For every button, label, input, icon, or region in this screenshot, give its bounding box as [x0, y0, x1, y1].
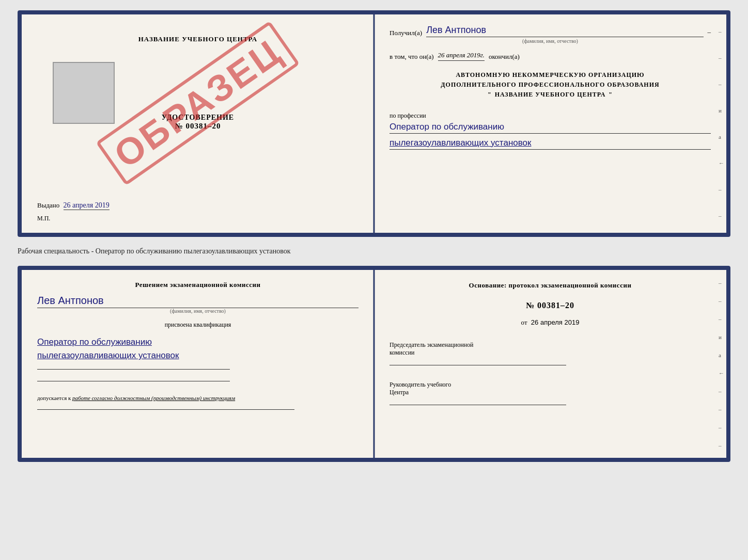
chairman-block: Председатель экзаменационной комиссии	[389, 341, 711, 366]
vtom-date: 26 апреля 2019г.	[438, 51, 485, 61]
profession-block: по профессии Оператор по обслуживанию пы…	[389, 110, 711, 150]
recipient-section: Получил(а) Лев Антпонов – (фамилия, имя,…	[389, 25, 711, 44]
chairman-sign-line	[389, 365, 566, 365]
obrazets-watermark: ОБРАЗЕЦ	[96, 21, 300, 185]
top-right-panel: Получил(а) Лев Антпонов – (фамилия, имя,…	[374, 14, 726, 233]
bottom-left-panel: Решением экзаменационной комиссии Лев Ан…	[22, 270, 374, 458]
qual-line1: Оператор по обслуживанию	[37, 337, 359, 347]
rukovodit-line2: Центра	[389, 389, 711, 396]
vidano-label: Выдано	[37, 201, 59, 209]
osnov-section: Основание: протокол экзаменационной коми…	[389, 280, 711, 291]
decision-name-section: Лев Антпонов (фамилия, имя, отчество)	[37, 295, 359, 314]
qual-line2: пылегазоулавливающих установок	[37, 350, 359, 361]
qualification-label: присвоена квалификация	[37, 321, 359, 329]
bottom-right-edge-marks: – – – и а ← – – – –	[719, 270, 724, 458]
profession-line1: Оператор по обслуживанию	[389, 122, 711, 134]
ot-date: 26 апреля 2019	[531, 318, 580, 326]
допускается-block: допускается к работе согласно должностны…	[37, 395, 359, 401]
rukovodit-sign-line	[389, 405, 566, 405]
qual-block: Оператор по обслуживанию пылегазоулавлив…	[37, 334, 359, 361]
org-block: АВТОНОМНУЮ НЕКОММЕРЧЕСКУЮ ОРГАНИЗАЦИЮ ДО…	[389, 70, 711, 100]
stamp-container: НАЗВАНИЕ УЧЕБНОГО ЦЕНТРА ОБРАЗЕЦ УДОСТОВ…	[37, 25, 359, 170]
recipient-name: Лев Антпонов	[426, 25, 703, 37]
vidano-line: Выдано 26 апреля 2019	[37, 201, 359, 210]
okonchil-label: окончил(а)	[489, 53, 520, 61]
page-container: НАЗВАНИЕ УЧЕБНОГО ЦЕНТРА ОБРАЗЕЦ УДОСТОВ…	[18, 10, 730, 462]
vtom-line: в том, что он(а) 26 апреля 2019г. окончи…	[389, 51, 711, 61]
org-name-line: " НАЗВАНИЕ УЧЕБНОГО ЦЕНТРА "	[389, 90, 711, 100]
osnov-label: Основание: протокол экзаменационной коми…	[389, 280, 711, 291]
bottom-right-panel: Основание: протокол экзаменационной коми…	[374, 270, 726, 458]
blank-line2	[37, 381, 230, 381]
profession-line2: пылегазоулавливающих установок	[389, 138, 711, 150]
допускается-label: допускается к	[37, 395, 71, 401]
stamp-box	[53, 62, 115, 124]
bottom-document-card: Решением экзаменационной комиссии Лев Ан…	[18, 266, 730, 462]
fio-sub: (фамилия, имя, отчество)	[389, 38, 711, 44]
poluchil-label: Получил(а)	[389, 29, 422, 37]
profession-label: по профессии	[389, 112, 426, 119]
udostoverenie-number: № 00381–20	[162, 122, 234, 131]
org-name: НАЗВАНИЕ УЧЕБНОГО ЦЕНТРА	[495, 90, 606, 100]
org-line1: АВТОНОМНУЮ НЕКОММЕРЧЕСКУЮ ОРГАНИЗАЦИЮ	[389, 70, 711, 80]
protocol-number: № 00381–20	[389, 301, 711, 310]
org-quote1: "	[488, 90, 492, 100]
dash-after-name: –	[708, 28, 711, 36]
decision-fio-sub: (фамилия, имя, отчество)	[37, 308, 359, 314]
rukovodit-line1: Руководитель учебного	[389, 381, 711, 389]
left-title: НАЗВАНИЕ УЧЕБНОГО ЦЕНТРА	[138, 35, 258, 43]
predsedatel-line2: комиссии	[389, 349, 711, 357]
mp-line: М.П.	[37, 215, 359, 222]
predsedatel-line1: Председатель экзаменационной	[389, 341, 711, 349]
separator-text: Рабочая специальность - Оператор по обсл…	[18, 243, 730, 260]
right-edge-marks: – – – и а ← – –	[719, 14, 724, 233]
blank-line1	[37, 369, 230, 370]
recipient-line: Получил(а) Лев Антпонов –	[389, 25, 711, 37]
ot-label: от	[521, 318, 527, 326]
top-document-card: НАЗВАНИЕ УЧЕБНОГО ЦЕНТРА ОБРАЗЕЦ УДОСТОВ…	[18, 10, 730, 237]
top-left-panel: НАЗВАНИЕ УЧЕБНОГО ЦЕНТРА ОБРАЗЕЦ УДОСТОВ…	[22, 14, 374, 233]
допускается-value: работе согласно должностным (производств…	[72, 395, 235, 401]
udostoverenie-block: УДОСТОВЕРЕНИЕ № 00381–20	[162, 114, 234, 131]
org-quote2: "	[609, 90, 613, 100]
decision-name: Лев Антпонов	[37, 295, 359, 308]
rukovodit-block: Руководитель учебного Центра	[389, 381, 711, 406]
blank-line3	[37, 409, 294, 410]
vtom-label: в том, что он(а)	[389, 53, 434, 61]
from-date: от 26 апреля 2019	[389, 318, 711, 327]
udostoverenie-label: УДОСТОВЕРЕНИЕ	[162, 114, 234, 122]
org-line2: ДОПОЛНИТЕЛЬНОГО ПРОФЕССИОНАЛЬНОГО ОБРАЗО…	[389, 80, 711, 90]
vidano-date: 26 апреля 2019	[64, 201, 110, 210]
decision-title: Решением экзаменационной комиссии	[37, 280, 359, 290]
